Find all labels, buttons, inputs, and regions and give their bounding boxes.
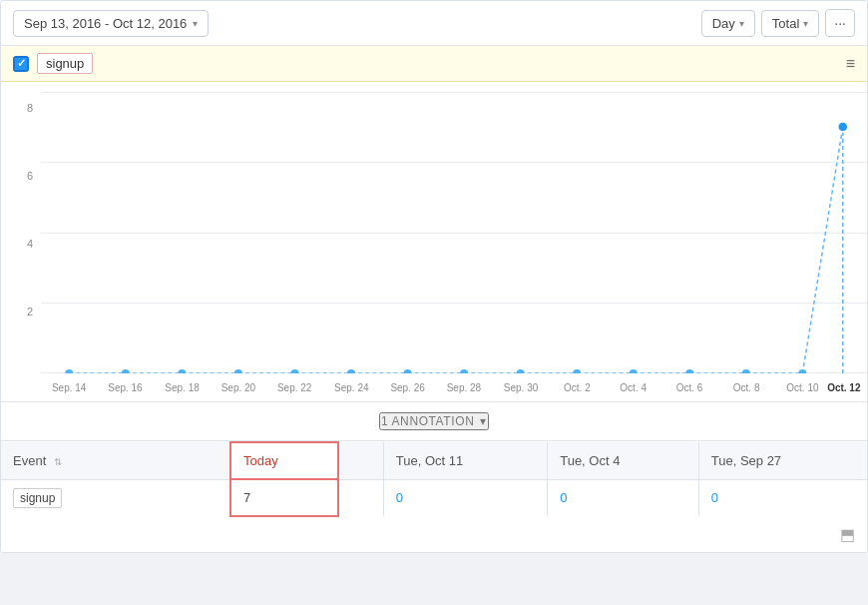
event-name-badge: signup [13,488,62,508]
today-value: 7 [243,490,250,505]
export-icon[interactable]: ⬒ [840,525,855,544]
data-table: Event ⇅ Today Tue, Oct 11 Tue, Oct 4 Tue… [1,441,867,517]
x-label-oct10: Oct. 10 [786,382,818,393]
th-oct4-label: Tue, Oct 4 [560,453,620,468]
sort-icon[interactable]: ⇅ [54,456,62,467]
th-event-label: Event [13,453,46,468]
th-oct4: Tue, Oct 4 [548,442,699,479]
toolbar-right: Day ▾ Total ▾ ··· [701,9,855,37]
td-oct4: 0 [548,479,699,516]
th-today: Today [230,442,338,479]
annotation-arrow-icon: ▾ [480,414,487,428]
x-label-sep30: Sep. 30 [504,382,538,393]
th-sep27: Tue, Sep 27 [698,442,867,479]
td-sep27: 0 [698,479,867,516]
table-row: signup 7 0 0 0 [1,479,867,516]
toolbar: Sep 13, 2016 - Oct 12, 2016 ▾ Day ▾ Tota… [1,1,867,46]
dot-oct12[interactable] [838,122,848,132]
td-oct11: 0 [383,479,547,516]
x-axis: Sep. 14 Sep. 16 Sep. 18 Sep. 20 Sep. 22 … [41,373,867,401]
y-label-6: 6 [13,170,33,182]
x-label-sep18: Sep. 18 [165,382,199,393]
annotation-label: 1 ANNOTATION [381,414,474,428]
filter-icon[interactable]: ≡ [846,55,855,73]
x-label-oct2: Oct. 2 [564,382,591,393]
date-range-label: Sep 13, 2016 - Oct 12, 2016 [24,16,187,31]
oct11-value[interactable]: 0 [396,490,403,505]
granularity-select[interactable]: Day ▾ [701,10,755,37]
td-today: 7 [230,479,338,516]
chart-inner: 8 6 4 2 [1,92,867,401]
x-label-oct12: Oct. 12 [827,382,860,393]
th-today-label: Today [243,453,278,468]
granularity-label: Day [712,16,735,31]
more-options-icon: ··· [834,15,846,31]
event-checkbox[interactable]: ✓ [13,56,29,72]
x-label-sep20: Sep. 20 [221,382,255,393]
y-axis: 8 6 4 2 [1,92,41,401]
x-label-oct6: Oct. 6 [676,382,703,393]
metric-arrow-icon: ▾ [803,18,808,29]
checkbox-check-icon: ✓ [17,57,26,70]
oct4-value[interactable]: 0 [560,490,567,505]
th-event: Event ⇅ [1,442,230,479]
x-label-oct4: Oct. 4 [620,382,647,393]
chart-plot: Sep. 14 Sep. 16 Sep. 18 Sep. 20 Sep. 22 … [41,92,867,401]
table-footer: ⬒ [1,517,867,552]
annotation-button[interactable]: 1 ANNOTATION ▾ [379,412,489,430]
x-label-sep22: Sep. 22 [277,382,311,393]
date-range-arrow-icon: ▾ [193,18,198,29]
granularity-arrow-icon: ▾ [739,18,744,29]
x-label-sep14: Sep. 14 [52,382,86,393]
chart-area: 8 6 4 2 [1,82,867,402]
x-label-sep28: Sep. 28 [447,382,481,393]
th-sep27-label: Tue, Sep 27 [711,453,781,468]
legend-left: ✓ signup [13,53,93,74]
x-label-sep24: Sep. 24 [334,382,368,393]
th-oct11-label: Tue, Oct 11 [396,453,463,468]
sep27-value[interactable]: 0 [711,490,718,505]
more-options-button[interactable]: ··· [825,9,855,37]
y-label-8: 8 [13,102,33,114]
th-empty [338,442,383,479]
x-label-sep16: Sep. 16 [108,382,142,393]
td-empty [338,479,383,516]
y-label-4: 4 [13,238,33,250]
y-label-2: 2 [13,305,33,317]
metric-select[interactable]: Total ▾ [761,10,819,37]
date-range-button[interactable]: Sep 13, 2016 - Oct 12, 2016 ▾ [13,10,209,37]
event-legend-label: signup [37,53,93,74]
main-container: Sep 13, 2016 - Oct 12, 2016 ▾ Day ▾ Tota… [0,0,868,553]
metric-label: Total [772,16,799,31]
th-oct11: Tue, Oct 11 [383,442,547,479]
table-header-row: Event ⇅ Today Tue, Oct 11 Tue, Oct 4 Tue… [1,442,867,479]
legend-row: ✓ signup ≡ [1,46,867,82]
x-label-oct8: Oct. 8 [733,382,760,393]
chart-svg [41,92,867,373]
annotation-bar: 1 ANNOTATION ▾ [1,402,867,441]
td-event: signup [1,479,230,516]
x-label-sep26: Sep. 26 [390,382,424,393]
